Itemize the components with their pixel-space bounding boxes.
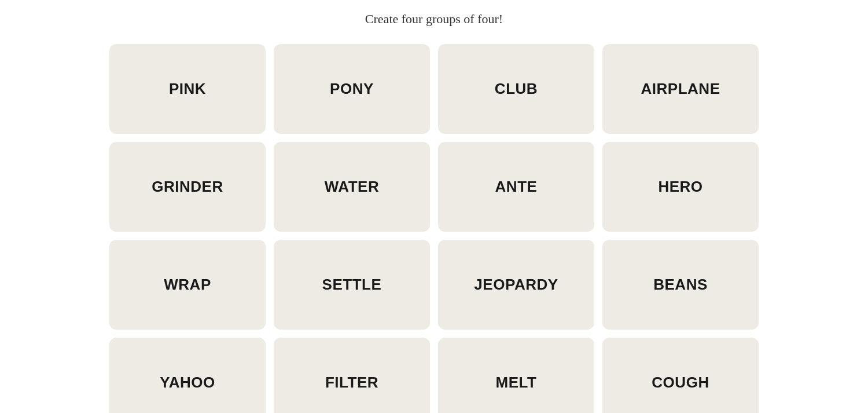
tile-label-pony: PONY [330, 80, 374, 98]
word-grid: PINKPONYCLUBAIRPLANEGRINDERWATERANTEHERO… [109, 44, 759, 413]
tile-label-wrap: WRAP [164, 276, 211, 294]
tile-label-cough: COUGH [652, 374, 709, 392]
tile-ante[interactable]: ANTE [438, 142, 594, 232]
tile-melt[interactable]: MELT [438, 338, 594, 413]
tile-label-ante: ANTE [495, 178, 538, 196]
tile-label-melt: MELT [496, 374, 537, 392]
tile-beans[interactable]: BEANS [602, 240, 759, 330]
tile-label-grinder: GRINDER [152, 178, 223, 196]
tile-label-airplane: AIRPLANE [641, 80, 720, 98]
tile-label-club: CLUB [495, 80, 538, 98]
tile-yahoo[interactable]: YAHOO [109, 338, 266, 413]
tile-wrap[interactable]: WRAP [109, 240, 266, 330]
tile-water[interactable]: WATER [274, 142, 430, 232]
tile-cough[interactable]: COUGH [602, 338, 759, 413]
tile-grinder[interactable]: GRINDER [109, 142, 266, 232]
tile-label-hero: HERO [658, 178, 703, 196]
tile-settle[interactable]: SETTLE [274, 240, 430, 330]
tile-hero[interactable]: HERO [602, 142, 759, 232]
tile-airplane[interactable]: AIRPLANE [602, 44, 759, 134]
tile-label-settle: SETTLE [322, 276, 382, 294]
tile-club[interactable]: CLUB [438, 44, 594, 134]
tile-pony[interactable]: PONY [274, 44, 430, 134]
tile-label-beans: BEANS [653, 276, 708, 294]
tile-filter[interactable]: FILTER [274, 338, 430, 413]
tile-label-jeopardy: JEOPARDY [474, 276, 558, 294]
tile-label-filter: FILTER [325, 374, 378, 392]
tile-label-yahoo: YAHOO [160, 374, 215, 392]
tile-pink[interactable]: PINK [109, 44, 266, 134]
tile-label-water: WATER [325, 178, 380, 196]
tile-label-pink: PINK [169, 80, 206, 98]
game-subtitle: Create four groups of four! [365, 12, 503, 27]
tile-jeopardy[interactable]: JEOPARDY [438, 240, 594, 330]
